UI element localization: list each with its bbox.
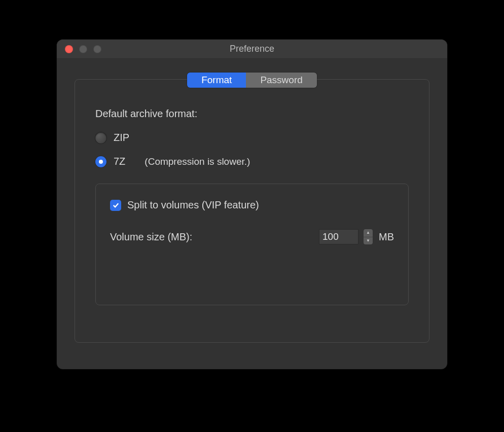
close-icon[interactable]	[65, 45, 73, 53]
traffic-lights	[57, 45, 101, 53]
window-content: Format Password Default archive format: …	[57, 59, 447, 358]
default-archive-format-label: Default archive format:	[95, 108, 409, 120]
radio-7z[interactable]	[95, 156, 106, 167]
radio-dot-icon	[99, 160, 103, 164]
tab-group: Format Password	[187, 73, 317, 88]
checkmark-icon	[112, 201, 120, 209]
maximize-icon[interactable]	[93, 45, 101, 53]
volume-unit: MB	[379, 231, 394, 243]
main-panel: Format Password Default archive format: …	[75, 79, 429, 343]
radio-row-7z[interactable]: 7Z (Compression is slower.)	[95, 156, 409, 167]
stepper-down-icon[interactable]: ▼	[364, 237, 373, 245]
tab-format[interactable]: Format	[187, 73, 246, 88]
minimize-icon[interactable]	[79, 45, 87, 53]
tab-content-format: Default archive format: ZIP 7Z (Compress…	[95, 108, 409, 305]
window-title: Preference	[57, 44, 447, 54]
radio-row-zip[interactable]: ZIP	[95, 132, 409, 143]
stepper-up-icon[interactable]: ▲	[364, 229, 373, 237]
volume-size-stepper[interactable]: ▲ ▼	[364, 229, 373, 244]
tab-password[interactable]: Password	[246, 73, 316, 88]
split-checkbox-label: Split to volumes (VIP feature)	[127, 199, 259, 211]
volume-size-label: Volume size (MB):	[110, 231, 314, 243]
radio-zip[interactable]	[95, 132, 106, 143]
volume-size-row: Volume size (MB): ▲ ▼ MB	[110, 229, 394, 244]
compression-hint: (Compression is slower.)	[145, 156, 250, 167]
tab-control: Format Password	[95, 73, 409, 88]
radio-zip-label: ZIP	[114, 132, 129, 143]
split-volumes-group: Split to volumes (VIP feature) Volume si…	[95, 184, 409, 305]
split-checkbox-row[interactable]: Split to volumes (VIP feature)	[110, 199, 394, 211]
preference-window: Preference Format Password Default archi…	[57, 40, 447, 369]
titlebar: Preference	[57, 40, 447, 59]
volume-size-input[interactable]	[319, 229, 358, 244]
radio-7z-label: 7Z	[114, 156, 125, 167]
split-checkbox[interactable]	[110, 200, 121, 211]
